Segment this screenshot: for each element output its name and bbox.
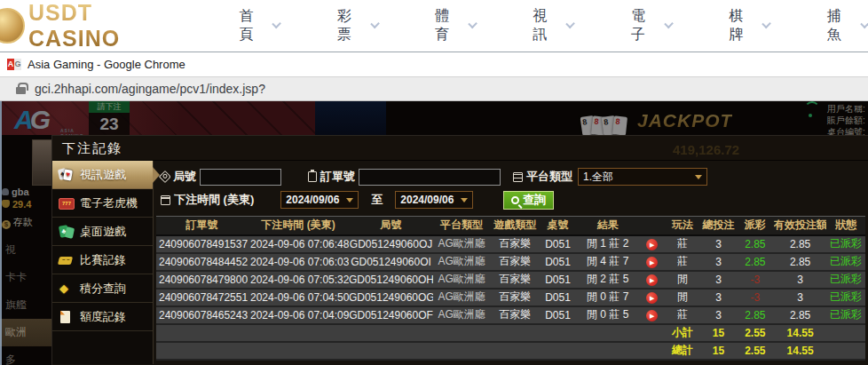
cell-order-number: 240906078491537 bbox=[156, 235, 248, 253]
cell-order-number: 240906078484452 bbox=[156, 253, 248, 271]
browser-titlebar: A G Asia Gaming - Google Chrome bbox=[0, 52, 868, 76]
cell-result: 閒 1 莊 2 bbox=[576, 235, 640, 253]
nav-item-label: 體育 bbox=[435, 7, 461, 44]
video-games-icon bbox=[59, 168, 75, 182]
sidebar-item-5[interactable]: 積分查詢 bbox=[52, 274, 153, 303]
replay-button[interactable] bbox=[646, 239, 658, 250]
column-header bbox=[640, 217, 665, 235]
cell-replay bbox=[640, 289, 665, 306]
nav-item-4[interactable]: 視訊 bbox=[533, 7, 574, 44]
total-row: 總計152.5514.55 bbox=[156, 342, 865, 360]
order-input[interactable] bbox=[359, 169, 501, 186]
search-button[interactable]: 查詢 bbox=[503, 191, 554, 210]
nav-item-7[interactable]: 捕魚 bbox=[827, 7, 868, 44]
cell-round-number: GD051249060OF bbox=[349, 306, 433, 324]
cell-payout: -3 bbox=[737, 271, 774, 289]
cell-round-number: GD051249060OG bbox=[349, 289, 433, 306]
cell-empty bbox=[826, 342, 865, 360]
site-logo[interactable]: USDT CASINO bbox=[0, 0, 184, 52]
column-header: 派彩 bbox=[737, 217, 774, 235]
cell-valid-bet: 2.85 bbox=[774, 235, 826, 253]
cell-payout: -3 bbox=[737, 289, 774, 306]
cell-status: 已派彩 bbox=[826, 289, 865, 306]
match-records-icon bbox=[59, 253, 75, 267]
chevron-down-icon bbox=[664, 20, 674, 29]
column-header: 局號 bbox=[349, 217, 433, 235]
calendar-icon bbox=[161, 195, 170, 205]
cell-total-payout: 2.55 bbox=[737, 342, 774, 360]
cell-subtotal-payout: 2.55 bbox=[737, 324, 774, 342]
date-from-select[interactable]: 2024/09/06 bbox=[280, 191, 359, 209]
cell-platform: AG歐洲廳 bbox=[433, 235, 490, 253]
sidebar-item-label: 額度記錄 bbox=[80, 309, 126, 325]
replay-button[interactable] bbox=[646, 274, 658, 286]
coin-icon bbox=[0, 8, 25, 44]
sidebar-item-2[interactable]: 電子老虎機 bbox=[52, 189, 153, 218]
cell-valid-bet: 3 bbox=[774, 271, 826, 289]
nav-item-label: 視訊 bbox=[533, 7, 559, 44]
cell-table-number: D051 bbox=[540, 289, 576, 306]
cell-play-type: 閒 bbox=[665, 289, 701, 306]
cell-play-type: 莊 bbox=[665, 235, 701, 253]
sidebar-item-1[interactable]: 視訊遊戲 bbox=[52, 161, 153, 189]
cell-total-bet: 3 bbox=[700, 289, 737, 306]
nav-item-label: 電子 bbox=[631, 7, 657, 44]
table-row: 240906078472551 2024-09-06 07:04:50 GD05… bbox=[156, 289, 865, 306]
cell-order-number: 240906078472551 bbox=[156, 289, 248, 306]
sidebar-item-label: 桌面遊戲 bbox=[80, 224, 126, 240]
nav-item-1[interactable]: 首頁 bbox=[239, 7, 280, 44]
sidebar-item-6[interactable]: 額度記錄 bbox=[52, 303, 153, 331]
table-row: 240906078465243 2024-09-06 07:04:09 GD05… bbox=[156, 306, 865, 324]
sidebar-item-label: 電子老虎機 bbox=[80, 195, 138, 211]
cell-replay bbox=[640, 271, 665, 289]
cell-round-number: GD051249060OI bbox=[349, 253, 433, 271]
sidebar-item-3[interactable]: 桌面遊戲 bbox=[52, 218, 153, 246]
chevron-down-icon bbox=[370, 20, 380, 29]
cell-empty bbox=[156, 324, 665, 342]
replay-button[interactable] bbox=[646, 310, 658, 321]
column-header: 平台類型 bbox=[433, 217, 490, 235]
main-nav: 首頁彩票體育視訊電子棋牌捕魚 bbox=[239, 7, 868, 44]
platform-select[interactable]: 1.全部 bbox=[578, 168, 707, 186]
round-input[interactable] bbox=[200, 169, 281, 186]
cell-game-type: 百家樂 bbox=[490, 306, 540, 324]
cell-platform: AG歐洲廳 bbox=[433, 289, 490, 306]
nav-item-label: 首頁 bbox=[239, 7, 264, 44]
table-row: 240906078479800 2024-09-06 07:05:32 GD05… bbox=[156, 271, 865, 289]
bet-time-label: 下注時間 (美東) bbox=[161, 192, 254, 208]
nav-item-5[interactable]: 電子 bbox=[631, 7, 672, 44]
nav-item-2[interactable]: 彩票 bbox=[337, 7, 378, 44]
column-header: 桌號 bbox=[540, 217, 576, 235]
cell-bet-time: 2024-09-06 07:04:09 bbox=[248, 306, 349, 324]
cell-result: 閒 4 莊 7 bbox=[576, 253, 640, 271]
replay-button[interactable] bbox=[646, 257, 658, 268]
cell-valid-bet: 2.85 bbox=[774, 253, 826, 271]
cell-table-number: D051 bbox=[540, 306, 576, 324]
cell-total-label: 總計 bbox=[665, 342, 701, 360]
modal-title: 下注記錄 bbox=[52, 136, 868, 161]
cell-total-bet: 3 bbox=[700, 253, 737, 271]
cell-valid-bet: 3 bbox=[774, 289, 826, 306]
url-bar[interactable]: gci.2hhapi.com/agingame/pcv1/index.jsp? bbox=[0, 76, 868, 101]
cell-play-type: 閒 bbox=[665, 271, 701, 289]
cell-game-type: 百家樂 bbox=[490, 253, 540, 271]
sidebar-item-4[interactable]: 比賽記錄 bbox=[52, 246, 153, 274]
replay-button[interactable] bbox=[646, 292, 658, 304]
sidebar-item-label: 積分查詢 bbox=[80, 281, 126, 297]
date-to-select[interactable]: 2024/09/06 bbox=[395, 191, 473, 209]
nav-item-3[interactable]: 體育 bbox=[435, 7, 476, 44]
cell-result: 閒 0 莊 5 bbox=[576, 306, 640, 324]
cell-empty bbox=[156, 342, 665, 360]
chevron-down-icon bbox=[272, 20, 282, 29]
ag-favicon: A G bbox=[7, 59, 21, 70]
column-header: 結果 bbox=[576, 217, 640, 235]
bet-records-modal: 下注記錄 視訊遊戲電子老虎機桌面遊戲比賽記錄積分查詢額度記錄 局號 訂單號 平台… bbox=[51, 135, 868, 365]
cell-status: 已派彩 bbox=[826, 306, 865, 324]
platform-label: 平台類型 bbox=[513, 169, 572, 185]
nav-item-6[interactable]: 棋牌 bbox=[729, 7, 769, 44]
cell-replay bbox=[640, 253, 665, 271]
browser-content: AG ASIA GAMING 請下注 23 8888 JACKPOT 用戶名稱:… bbox=[0, 101, 868, 365]
quota-records-icon bbox=[59, 310, 75, 324]
cell-total-bet: 3 bbox=[700, 271, 737, 289]
cell-platform: AG歐洲廳 bbox=[433, 271, 490, 289]
